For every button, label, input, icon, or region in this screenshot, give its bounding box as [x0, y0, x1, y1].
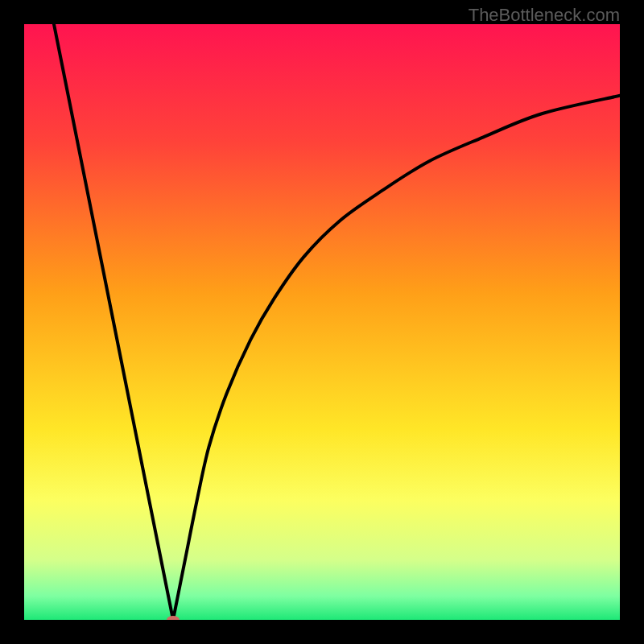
chart-frame: TheBottleneck.com — [0, 0, 644, 644]
curve-layer — [24, 24, 620, 620]
watermark-text: TheBottleneck.com — [469, 5, 620, 26]
plot-area — [24, 24, 620, 620]
minimum-marker — [167, 616, 180, 620]
curve-left-branch — [54, 24, 173, 620]
curve-right-branch — [173, 96, 620, 620]
